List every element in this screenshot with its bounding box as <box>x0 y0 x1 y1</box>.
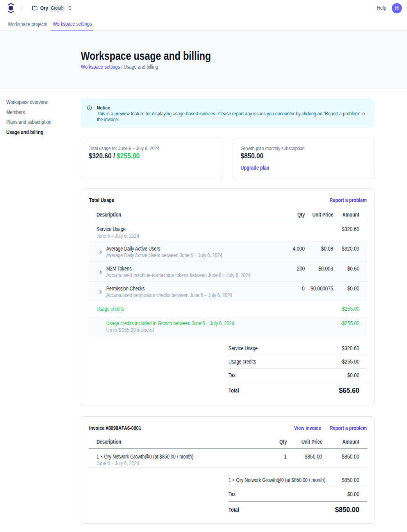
notice-content: Notice This is a preview feature for dis… <box>97 105 370 123</box>
summary-label: Usage credits <box>228 358 338 365</box>
stat-cards-row: Total usage for June 6 – July 6, 2024 $3… <box>81 138 375 179</box>
page-title: Workspace usage and billing <box>81 49 239 62</box>
column-header-qty: Qty <box>279 439 287 445</box>
total-usage-card: Total usage for June 6 – July 6, 2024 $3… <box>81 138 223 179</box>
row-title: 1 × Ory Network Growth@0 (at $850.00 / m… <box>96 453 255 460</box>
summary-label: 1 × Ory Network Growth@0 (at $850.00 / m… <box>228 477 339 483</box>
subscription-label: Growth plan monthly subscription <box>241 145 367 152</box>
sidebar-item-plans-and-subscription[interactable]: Plans and subscription <box>6 118 73 125</box>
tab-workspace-projects[interactable]: Workspace projects <box>6 16 48 30</box>
summary-value: $320.60 <box>339 345 367 351</box>
notice-banner: Notice This is a preview feature for dis… <box>81 99 375 128</box>
cell-amount: $850.00 <box>342 453 359 460</box>
cell-unit-price: $0.08 <box>321 245 333 252</box>
notice-body: This is a preview feature for displaying… <box>97 111 369 123</box>
chevron-right-icon[interactable] <box>99 270 102 274</box>
invoice-summary: 1 × Ory Network Growth@0 (at $850.00 / m… <box>228 473 367 518</box>
breadcrumb-link-workspace-settings[interactable]: Workspace settings <box>81 64 120 70</box>
cell-qty: 1 <box>284 453 287 460</box>
panel-links: View invoice Report a problem <box>288 425 367 431</box>
workspace-tabs: Workspace projects Workspace settings <box>0 16 407 30</box>
row-title: Usage credits included in Growth between… <box>106 320 266 327</box>
workspace-name[interactable]: Ory <box>40 5 50 12</box>
usage-credits-detail-row: Usage credits included in Growth between… <box>89 316 367 337</box>
row-title: Permission Checks <box>106 285 266 292</box>
row-subtitle: Accumulated permission checks between Ju… <box>106 292 266 299</box>
cell-qty: 4,000 <box>293 245 305 252</box>
row-subtitle: Up to $ 255.00 included <box>106 327 266 333</box>
summary-row: 1 × Ory Network Growth@0 (at $850.00 / m… <box>228 473 367 487</box>
billing-table: Description Qty Unit Price Amount 1 × Or… <box>89 435 367 518</box>
row-title: M2M Tokens <box>106 265 266 272</box>
ory-logo-icon[interactable] <box>8 3 14 14</box>
column-header-unit-price: Unit Price <box>301 439 322 445</box>
total-usage-panel: Total Usage Report a problem Description… <box>81 188 375 406</box>
page-hero: Workspace usage and billing Workspace se… <box>0 30 407 89</box>
summary-value: $0.00 <box>346 491 367 497</box>
usage-row-permission-checks[interactable]: Permission Checks Accumulated permission… <box>89 281 367 301</box>
usage-amount: $320.60 / <box>89 152 117 160</box>
summary-value: -$255.00 <box>338 358 367 365</box>
workspace-switcher-icon[interactable] <box>68 6 71 10</box>
column-header-description: Description <box>96 439 121 445</box>
total-usage-label: Total usage for June 6 – July 6, 2024 <box>89 145 215 152</box>
notice-title: Notice <box>97 105 370 111</box>
upgrade-plan-link[interactable]: Upgrade plan <box>241 164 367 171</box>
help-link[interactable]: Help <box>375 5 386 11</box>
top-header: Ory Growth Help H <box>0 0 407 16</box>
summary-total-label: Total <box>228 387 337 394</box>
summary-label: Tax <box>228 491 346 497</box>
summary-total-label: Total <box>228 507 332 513</box>
sidebar-item-usage-and-billing[interactable]: Usage and billing <box>6 129 73 136</box>
summary-row: Tax $0.00 <box>228 487 367 502</box>
cell-amount: $850.00 <box>342 477 359 483</box>
summary-total-value: $850.00 <box>332 505 367 514</box>
invoice-report-problem-link[interactable]: Report a problem <box>321 425 367 431</box>
usage-credits-row: Usage credits -$255.00 <box>89 301 367 316</box>
column-header-description: Description <box>96 211 121 218</box>
folder-icon <box>32 5 37 11</box>
included-amount: $255.00 <box>117 152 140 160</box>
panel-header: Invoice #8099AFA6-0001 View invoice Repo… <box>89 425 367 432</box>
usage-panel-title: Total Usage <box>89 197 120 203</box>
summary-total-row: Total $65.60 <box>228 382 367 399</box>
total-usage-value: $320.60 / $255.00 <box>89 152 215 160</box>
invoice-row: 1 × Ory Network Growth@0 (at $850.00 / m… <box>89 449 367 468</box>
tab-workspace-settings[interactable]: Workspace settings <box>51 16 93 30</box>
invoice-panel-title: Invoice #8099AFA6-0001 <box>89 425 153 431</box>
column-header-qty: Qty <box>297 211 305 218</box>
subscription-card: Growth plan monthly subscription $850.00… <box>233 138 375 179</box>
panel-header: Total Usage Report a problem <box>89 197 367 204</box>
chevron-right-icon[interactable] <box>99 250 102 254</box>
cell-amount: -$255.00 <box>340 306 359 312</box>
usage-row-adau[interactable]: Average Daily Active Users Average Daily… <box>89 242 367 262</box>
cell-qty: 200 <box>296 265 305 272</box>
row-subtitle: June 6 – July 6, 2024 <box>96 233 266 239</box>
cell-amount: $320.60 <box>342 345 359 351</box>
cell-amount: -$255.00 <box>340 358 359 365</box>
cell-amount: $0.00 <box>347 285 359 292</box>
sidebar-item-workspace-overview[interactable]: Workspace overview <box>6 99 73 106</box>
chevron-right-icon[interactable] <box>99 290 102 294</box>
service-usage-row: Service Usage June 6 – July 6, 2024 $320… <box>89 221 367 242</box>
info-icon <box>87 105 92 111</box>
view-invoice-link[interactable]: View invoice <box>288 425 321 431</box>
row-title: Service Usage <box>96 226 266 233</box>
summary-row: Usage credits -$255.00 <box>228 355 367 369</box>
total-amount: $65.60 <box>339 386 359 395</box>
usage-table-header: Description Qty Unit Price Amount <box>89 208 367 221</box>
settings-sidebar: Workspace overview Members Plans and sub… <box>6 99 73 139</box>
usage-row-m2m[interactable]: M2M Tokens Accumulated machine-to-machin… <box>89 262 367 281</box>
cell-amount: $320.00 <box>342 245 359 252</box>
usage-report-problem-link[interactable]: Report a problem <box>321 197 367 203</box>
row-title: Usage credits <box>96 306 124 312</box>
row-subtitle: Accumulated machine-to-machine tokens be… <box>106 272 266 279</box>
breadcrumb-separator <box>20 6 23 11</box>
cell-amount: $0.60 <box>347 265 359 272</box>
invoice-panel: Invoice #8099AFA6-0001 View invoice Repo… <box>81 416 375 524</box>
summary-row: Service Usage $320.60 <box>228 342 367 355</box>
avatar[interactable]: H <box>392 3 402 13</box>
summary-total-row: Total $850.00 <box>228 502 367 518</box>
summary-label: Tax <box>228 372 346 378</box>
sidebar-item-members[interactable]: Members <box>6 109 73 116</box>
